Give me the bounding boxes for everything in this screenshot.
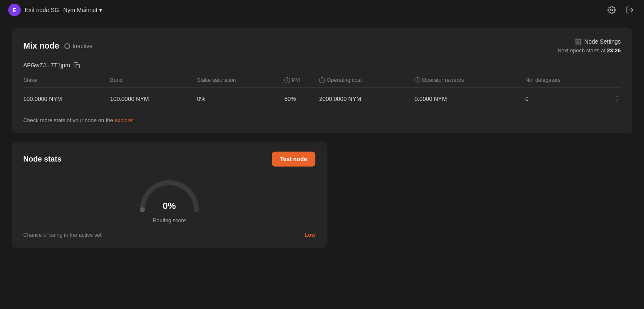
cell-pm: 80% [284,88,319,110]
node-name: Exit node SG [25,7,59,13]
cell-operator-rewards: 0.0000 NYM [415,88,525,110]
network-arrow-icon: ▾ [99,7,102,13]
cell-stake-saturation: 0% [197,88,285,110]
stats-table: Stake Bond Stake saturation i PM [23,77,621,110]
svg-rect-5 [576,42,578,44]
svg-rect-4 [579,42,581,44]
chance-label: Chance of being in the active set [23,232,102,238]
network-label: Nym Mainnet [63,7,98,13]
explorer-text: Check more stats of your node on the [23,117,113,123]
copy-address-button[interactable] [73,62,80,69]
address-row: AFGwZJ...7T1jpm [23,62,621,69]
svg-point-0 [611,9,613,11]
row-menu-button[interactable]: ⋮ [613,94,621,103]
cell-stake: 100.0000 NYM [23,88,110,110]
col-operating-cost: i Operating cost [319,77,415,88]
gauge-container: 0% Routing score [136,177,202,223]
status-badge: Inactive [64,43,93,49]
chance-row: Chance of being in the active set Low [23,232,315,238]
card-header-left: Mix node Inactive [23,41,93,51]
topbar: E Exit node SG Nym Mainnet ▾ [0,0,644,20]
svg-rect-3 [579,39,581,41]
cell-bond: 100.0000 NYM [110,88,197,110]
routing-score-gauge: 0% [136,177,202,214]
epoch-time: 23:26 [607,47,621,54]
address-text: AFGwZJ...7T1jpm [23,62,70,69]
pm-info-icon: i [284,77,290,83]
copy-icon [73,62,80,69]
svg-rect-2 [576,39,578,41]
avatar: E [8,4,21,16]
col-operator-rewards: i Operator rewards [415,77,525,88]
col-pm: i PM [284,77,319,88]
epoch-info: Next epoch starts at 23:26 [558,47,621,54]
status-label: Inactive [73,43,93,49]
card-header: Mix node Inactive Node Settings [23,38,621,54]
mixnode-card: Mix node Inactive Node Settings [12,28,632,133]
card-header-right: Node Settings Next epoch starts at 23:26 [558,38,621,54]
node-stats-header: Node stats Test node [23,152,315,167]
node-settings-label: Node Settings [584,38,621,45]
explorer-row: Check more stats of your node on the exp… [23,117,621,123]
svg-rect-6 [76,64,80,68]
node-settings-icon [575,38,582,45]
settings-icon-button[interactable] [606,4,617,16]
node-stats-title: Node stats [23,155,61,164]
col-no-delegators: No. delegators [525,77,604,88]
node-stats-card: Node stats Test node 0% Routing score Ch… [12,142,327,248]
table-row: 100.0000 NYM 100.0000 NYM 0% 80% 2000.00… [23,88,621,110]
cell-actions: ⋮ [604,88,621,110]
routing-score-label: Routing score [153,217,186,223]
cell-no-delegators: 0 [525,88,604,110]
cell-operating-cost: 2000.0000 NYM [319,88,415,110]
col-actions [604,77,621,88]
topbar-left: E Exit node SG Nym Mainnet ▾ [8,4,102,16]
col-stake: Stake [23,77,110,88]
logout-icon-button[interactable] [624,4,636,16]
col-stake-saturation: Stake saturation [197,77,285,88]
operating-cost-info-icon: i [319,77,325,83]
operator-rewards-info-icon: i [415,77,420,83]
card-title: Mix node [23,41,59,51]
chance-value: Low [305,232,315,238]
epoch-label: Next epoch starts at [558,47,606,54]
test-node-button[interactable]: Test node [272,152,315,167]
explorer-link[interactable]: explorer [115,117,134,123]
node-settings-button[interactable]: Node Settings [575,38,621,45]
col-bond: Bond [110,77,197,88]
topbar-right [606,4,636,16]
main-content: Mix node Inactive Node Settings [0,20,644,256]
gauge-value-text: 0% [163,201,176,211]
network-selector[interactable]: Nym Mainnet ▾ [63,7,102,13]
status-dot-icon [64,43,70,49]
